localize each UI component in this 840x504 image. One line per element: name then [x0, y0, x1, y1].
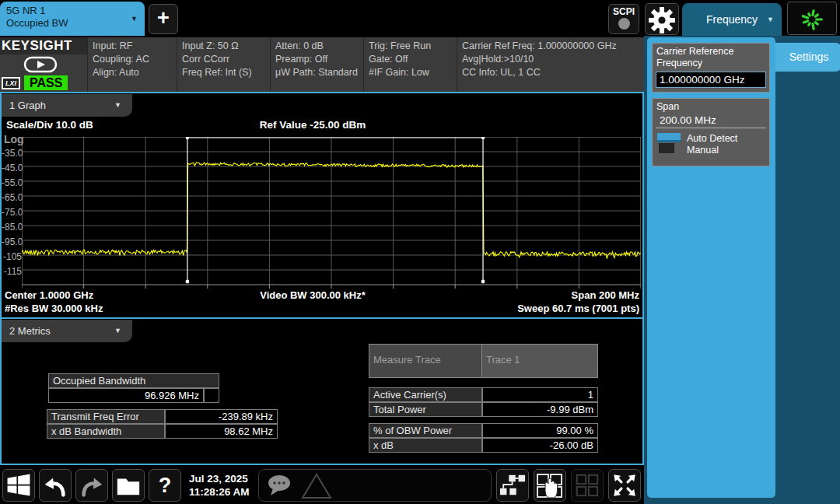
graph-window[interactable]: 1 Graph ▼ Scale/Div 10.0 dB Ref Value -2…: [0, 92, 644, 317]
metrics-window[interactable]: 2 Metrics ▼ Occupied Bandwidth 96.926 MH…: [0, 317, 644, 465]
status-column-atten: Atten: 0 dB Preamp: Off µW Path: Standar…: [270, 37, 363, 92]
status-column-input: Input: RF Coupling: AC Align: Auto: [87, 37, 177, 92]
system-settings-button[interactable]: [645, 3, 679, 35]
datetime-display[interactable]: Jul 23, 2025 11:28:26 AM: [189, 472, 250, 499]
video-bw-annotation: Video BW 300.00 kHz*: [196, 289, 429, 301]
fullscreen-button[interactable]: [608, 469, 641, 502]
obw-spare-cell: [204, 388, 219, 403]
carrier-ref-freq-input[interactable]: 1.000000000 GHz: [656, 72, 766, 88]
right-menu-sidebar: Carrier Reference Frequency 1.000000000 …: [644, 36, 840, 504]
window-select-button[interactable]: [534, 469, 566, 502]
status-line: Atten: 0 dB: [275, 40, 363, 53]
frequency-menu-panel: Carrier Reference Frequency 1.000000000 …: [647, 37, 775, 498]
status-line: Carrier Ref Freq: 1.000000000 GHz: [462, 40, 644, 53]
metrics-window-selector[interactable]: 2 Metrics ▼: [2, 320, 132, 342]
busy-spinner-icon: [797, 5, 827, 34]
settings-tab[interactable]: Settings: [775, 43, 840, 72]
y-tick-label: -95.0: [2, 236, 22, 247]
toggle-option-auto[interactable]: Auto Detect: [687, 133, 737, 145]
scpi-label: SCPI: [609, 6, 639, 17]
status-line: Input: RF: [93, 40, 177, 53]
scpi-status-button[interactable]: SCPI: [608, 4, 639, 34]
redo-button[interactable]: [75, 469, 108, 502]
undo-button[interactable]: [39, 469, 72, 502]
measurement-mode: 5G NR 1: [6, 5, 138, 17]
status-line: Gate: Off: [369, 53, 457, 66]
single-sweep-icon[interactable]: [23, 56, 58, 76]
active-carriers-value: 1: [482, 387, 598, 402]
warning-triangle-icon: [299, 471, 334, 501]
chevron-down-icon: ▼: [114, 102, 121, 109]
obw-label: Occupied Bandwidth: [48, 373, 219, 388]
obw-power-pct-value: 99.00 %: [482, 423, 598, 438]
brand-logo: KEYSIGHT: [0, 37, 87, 54]
span-value-input[interactable]: 200.00 MHz: [653, 114, 769, 128]
sweep-annotation: Sweep 60.7 ms (7001 pts): [517, 303, 639, 314]
status-line: Avg|Hold:>10/10: [462, 53, 644, 66]
status-line: Trig: Free Run: [369, 40, 457, 53]
redo-icon: [78, 472, 106, 499]
span-annotation: Span 200 MHz: [572, 289, 639, 301]
y-tick-label: -105: [2, 251, 22, 262]
status-column-trigger: Trig: Free Run Gate: Off #IF Gain: Low: [363, 37, 457, 92]
windows-start-button[interactable]: [2, 469, 35, 502]
expand-arrows-icon: [611, 472, 639, 499]
grid-icon: [573, 472, 601, 499]
frequency-menu-tab[interactable]: Frequency ▼: [682, 3, 782, 36]
message-area[interactable]: [258, 469, 492, 502]
metrics-window-title: 2 Metrics: [9, 325, 51, 337]
status-line: #IF Gain: Low: [369, 66, 457, 79]
windows-logo-icon: [5, 472, 33, 499]
help-icon: ?: [159, 474, 172, 497]
chat-bubble-icon: [264, 471, 298, 501]
y-tick-label: -45.0: [2, 163, 22, 173]
scpi-status-icon: [618, 18, 630, 30]
frequency-menu-label: Frequency: [706, 13, 758, 26]
graph-window-selector[interactable]: 1 Graph ▼: [2, 94, 132, 117]
status-line: Preamp: Off: [275, 53, 363, 66]
status-column-impedance: Input Z: 50 Ω Corr CCorr Freq Ref: Int (…: [177, 37, 270, 92]
add-measurement-button[interactable]: +: [149, 4, 178, 34]
span-control[interactable]: Span 200.00 MHz Auto Detect Manual: [652, 98, 770, 166]
file-explorer-button[interactable]: [112, 469, 145, 502]
toggle-option-manual[interactable]: Manual: [687, 145, 737, 156]
measurement-tab[interactable]: 5G NR 1 Occupied BW ▼: [0, 2, 145, 36]
y-tick-label: -75.0: [2, 207, 22, 218]
tfe-value: -239.89 kHz: [165, 409, 278, 424]
flow-diagram-icon: [499, 472, 527, 499]
total-power-value: -9.99 dBm: [482, 402, 598, 417]
tfe-label: Transmit Freq Error: [47, 409, 165, 424]
help-button[interactable]: ?: [149, 469, 181, 502]
y-tick-label: -85.0: [2, 222, 22, 233]
graph-window-title: 1 Graph: [9, 100, 46, 111]
measurement-name: Occupied BW: [6, 17, 138, 30]
y-tick-label: -35.0: [2, 148, 22, 159]
brand-block: KEYSIGHT LXI PASS: [0, 37, 87, 92]
center-freq-annotation: Center 1.0000 GHz: [5, 289, 93, 301]
pass-status-badge: PASS: [24, 75, 68, 90]
instrument-screen: 5G NR 1 Occupied BW ▼ + SCPI Frequency: [0, 0, 840, 504]
chevron-down-icon: ▼: [131, 16, 138, 23]
block-diagram-button[interactable]: [496, 469, 529, 502]
status-header: KEYSIGHT LXI PASS Input: RF Coupling: AC…: [0, 37, 644, 92]
status-line: Corr CCorr: [182, 53, 270, 66]
toggle-slider-icon[interactable]: [657, 133, 681, 156]
active-carriers-label: Active Carrier(s): [369, 387, 482, 402]
xdb-label: x dB: [369, 438, 482, 453]
span-mode-toggle[interactable]: Auto Detect Manual: [657, 133, 766, 156]
window-select-hand-icon: [535, 472, 565, 500]
folder-icon: [114, 472, 142, 499]
spectrum-plot[interactable]: [22, 137, 641, 289]
measure-trace-label[interactable]: Measure Trace: [369, 344, 482, 378]
ref-value-annotation: Ref Value -25.00 dBm: [196, 119, 429, 131]
scale-div-annotation: Scale/Div 10.0 dB: [6, 119, 93, 131]
y-tick-label: -55.0: [2, 177, 22, 188]
status-line: Freq Ref: Int (S): [182, 66, 270, 79]
obw-power-pct-label: % of OBW Power: [369, 423, 482, 438]
obw-value: 96.926 MHz: [48, 388, 204, 403]
layout-grid-button[interactable]: [571, 469, 604, 502]
measurement-busy-button[interactable]: [787, 2, 837, 35]
measure-trace-value[interactable]: Trace 1: [482, 344, 598, 378]
carrier-ref-freq-control[interactable]: Carrier Reference Frequency 1.000000000 …: [652, 43, 770, 93]
lxi-badge: LXI: [2, 77, 20, 89]
